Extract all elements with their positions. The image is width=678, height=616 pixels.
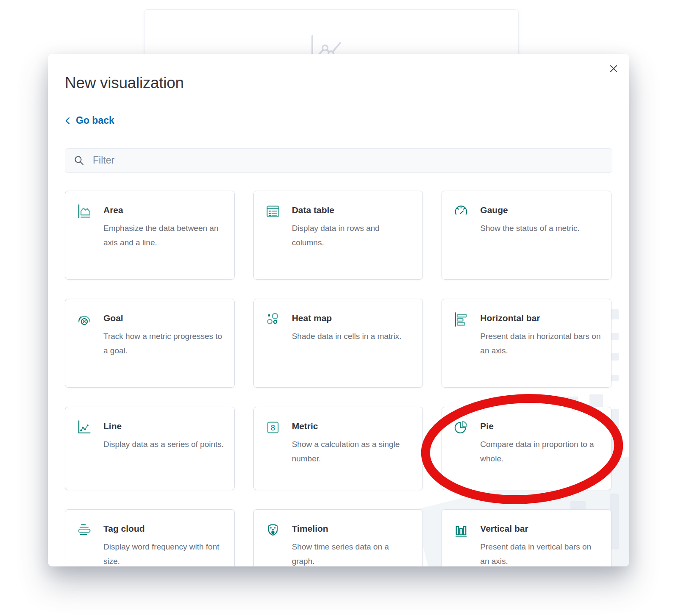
card-pie[interactable]: Pie Compare data in proportion to a whol… [442, 407, 611, 490]
card-title: Timelion [292, 523, 414, 534]
card-description: Show time series data on a graph. [292, 540, 414, 567]
filter-search-box [65, 148, 612, 173]
search-icon [74, 155, 85, 166]
card-description: Display word frequency with font size. [103, 540, 225, 567]
card-heat-map[interactable]: Heat map Shade data in cells in a matrix… [253, 299, 423, 388]
close-button[interactable] [605, 60, 622, 78]
metric-glyph: 8 [271, 423, 275, 432]
card-description: Shade data in cells in a matrix. [292, 329, 402, 344]
card-line[interactable]: Line Display data as a series of points. [65, 407, 235, 490]
go-back-link[interactable]: Go back [65, 115, 114, 126]
metric-icon: 8 [265, 419, 281, 435]
card-area[interactable]: Area Emphasize the data between an axis … [65, 191, 235, 280]
card-title: Metric [292, 420, 414, 432]
go-back-label: Go back [76, 115, 114, 126]
card-timelion[interactable]: Timelion Show time series data on a grap… [253, 509, 423, 567]
card-description: Display data as a series of points. [103, 437, 224, 452]
card-tag-cloud[interactable]: Tag cloud Display word frequency with fo… [65, 509, 235, 567]
card-title: Gauge [480, 204, 579, 216]
card-goal[interactable]: 8 Goal Track how a metric progresses to … [65, 299, 235, 388]
card-title: Goal [103, 312, 225, 324]
vertical-bar-icon [453, 522, 469, 538]
card-description: Show the status of a metric. [480, 221, 579, 236]
card-description: Display data in rows and columns. [292, 221, 414, 250]
card-horizontal-bar[interactable]: Horizontal bar Present data in horizonta… [442, 299, 611, 388]
goal-glyph: 8 [83, 319, 86, 325]
pie-chart-icon [453, 419, 469, 435]
filter-input[interactable] [92, 154, 603, 166]
area-chart-icon [76, 203, 92, 219]
line-chart-icon [76, 419, 92, 435]
new-visualization-modal: New visualization Go back [48, 54, 629, 566]
gauge-icon [453, 203, 469, 219]
card-title: Line [103, 420, 224, 432]
card-title: Vertical bar [480, 523, 602, 534]
card-gauge[interactable]: Gauge Show the status of a metric. [442, 191, 611, 280]
visualization-type-grid: Area Emphasize the data between an axis … [65, 191, 611, 567]
card-title: Heat map [292, 312, 402, 324]
heat-map-icon [265, 311, 281, 327]
card-metric[interactable]: 8 Metric Show a calculation as a single … [253, 407, 423, 490]
card-title: Pie [480, 420, 602, 432]
card-title: Data table [292, 204, 414, 216]
data-table-icon [265, 203, 281, 219]
goal-icon: 8 [76, 311, 92, 327]
modal-title: New visualization [65, 73, 612, 93]
card-description: Compare data in proportion to a whole. [480, 437, 602, 466]
timelion-icon [265, 522, 281, 538]
chevron-left-icon [65, 116, 71, 125]
card-title: Tag cloud [103, 523, 225, 534]
close-icon [609, 64, 618, 73]
card-description: Show a calculation as a single number. [292, 437, 414, 466]
card-data-table[interactable]: Data table Display data in rows and colu… [253, 191, 423, 280]
horizontal-bar-icon [453, 311, 469, 327]
card-title: Area [103, 204, 225, 216]
tag-cloud-icon [76, 522, 92, 538]
card-title: Horizontal bar [480, 312, 602, 324]
card-vertical-bar[interactable]: Vertical bar Present data in vertical ba… [442, 509, 611, 567]
card-description: Present data in horizontal bars on an ax… [480, 329, 602, 358]
card-description: Present data in vertical bars on an axis… [480, 540, 602, 567]
card-description: Track how a metric progresses to a goal. [103, 329, 225, 358]
card-description: Emphasize the data between an axis and a… [103, 221, 225, 250]
page: { "modal": { "title": "New visualization… [0, 0, 678, 616]
